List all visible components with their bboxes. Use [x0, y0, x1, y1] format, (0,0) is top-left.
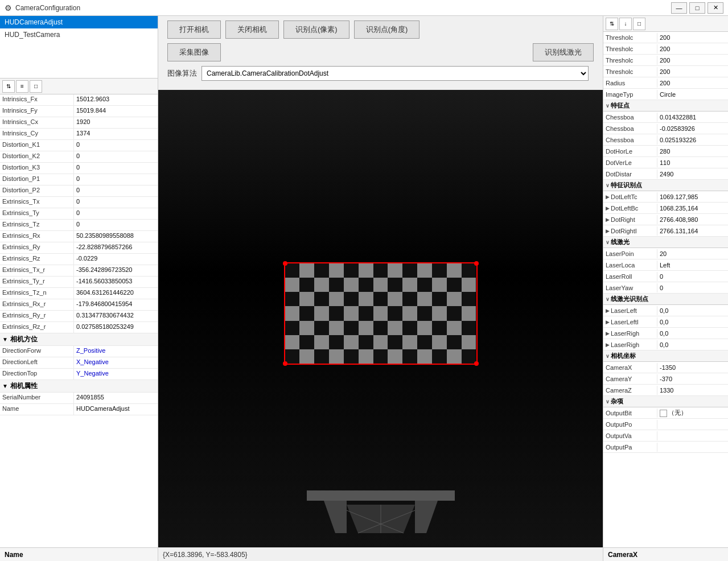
prop-value-tyr[interactable]: -1416.56033850053 — [74, 277, 158, 287]
prop-value-rzr[interactable]: 0.027585180253249 — [74, 322, 158, 333]
prop-value-tx[interactable]: 0 — [74, 197, 158, 208]
prop-value-p2[interactable]: 0 — [74, 185, 158, 196]
prop-value-k2[interactable]: 0 — [74, 151, 158, 162]
right-prop-value-outputbit[interactable]: （无） — [657, 407, 728, 418]
corner-marker-tl — [283, 261, 287, 266]
prop-value-ry[interactable]: -22.8288796857266 — [74, 242, 158, 253]
right-prop-value-outputpo[interactable] — [657, 423, 728, 426]
prop-value-p1[interactable]: 0 — [74, 174, 158, 185]
prop-value-ryr[interactable]: 0.313477830674432 — [74, 311, 158, 321]
prop-value-fy[interactable]: 15019.844 — [74, 106, 158, 117]
right-prop-value-dothor[interactable]: 280 — [657, 147, 728, 156]
right-prop-value-thresh3[interactable]: 200 — [657, 56, 728, 65]
prop-value-name[interactable]: HUDCameraAdjust — [74, 404, 158, 415]
right-prop-value-dotver[interactable]: 110 — [657, 158, 728, 167]
titlebar: ⚙ CameraConfiguration — □ ✕ — [0, 0, 728, 16]
prop-value-k1[interactable]: 0 — [74, 140, 158, 151]
right-prop-value-dotdist[interactable]: 2490 — [657, 170, 728, 179]
right-section-detect[interactable]: ∨ 特征识别点 — [603, 180, 728, 191]
section-camera-attrs[interactable]: ▼ 相机属性 — [0, 380, 158, 393]
right-prop-value-chess1[interactable]: 0.014322881 — [657, 113, 728, 122]
right-group-row-lasrr2[interactable]: ▶LaserRigh 0,0 — [603, 339, 728, 350]
prop-value-k3[interactable]: 0 — [74, 163, 158, 174]
right-group-row-dotrb[interactable]: ▶DotRightI 2766.131,164 — [603, 225, 728, 237]
corner-marker-tr — [474, 261, 479, 266]
sort-button[interactable]: ⇅ — [2, 80, 15, 93]
right-prop-value-camz[interactable]: 1330 — [657, 386, 728, 395]
right-prop-value-chess2[interactable]: -0.02583926 — [657, 124, 728, 133]
capture-image-button[interactable]: 采集图像 — [167, 43, 221, 61]
right-prop-value-laseryaw[interactable]: 0 — [657, 283, 728, 292]
prop-value-dirleft[interactable]: X_Negative — [74, 357, 158, 368]
right-section-camera-coord[interactable]: ∨ 相机坐标 — [603, 350, 728, 362]
detect-laser-button[interactable]: 识别线激光 — [533, 43, 594, 61]
algo-row: 图像算法 CameraLib.CameraCalibrationDotAdjus… — [167, 66, 594, 81]
props-extra-button[interactable]: □ — [30, 80, 42, 93]
right-prop-name-camx: CameraX — [603, 363, 657, 372]
prop-value-cx[interactable]: 1920 — [74, 117, 158, 128]
right-prop-value-camy[interactable]: -370 — [657, 374, 728, 383]
section-camera-direction[interactable]: ▼ 相机方位 — [0, 333, 158, 346]
right-prop-value-radius[interactable]: 200 — [657, 79, 728, 88]
right-section-features[interactable]: ∨ 特征点 — [603, 100, 728, 112]
prop-value-tzn[interactable]: 3604.631261446220 — [74, 288, 158, 299]
right-section-laser-detect[interactable]: ∨ 线激光识别点 — [603, 294, 728, 305]
right-prop-name-dothor: DotHorLe — [603, 147, 657, 156]
prop-value-txr[interactable]: -356.242896723520 — [74, 265, 158, 276]
right-prop-value-outputpa[interactable] — [657, 446, 728, 448]
right-prop-name-chess3: Chessboa — [603, 135, 657, 145]
right-section-laser[interactable]: ∨ 线激光 — [603, 237, 728, 248]
detect-dots-angle-button[interactable]: 识别点(角度) — [354, 20, 420, 39]
right-group-value-laserleft: 0,0 — [657, 306, 728, 315]
right-group-row-dotrt[interactable]: ▶DotRight 2766.408,980 — [603, 214, 728, 225]
right-prop-value-laserpoin[interactable]: 20 — [657, 249, 728, 258]
right-section-misc[interactable]: ∨ 杂项 — [603, 396, 728, 407]
close-camera-button[interactable]: 关闭相机 — [225, 20, 279, 39]
right-section-label-detect: 特征识别点 — [611, 181, 642, 189]
prop-value-dirforw[interactable]: Z_Positive — [74, 346, 158, 357]
prop-value-fx[interactable]: 15012.9603 — [74, 94, 158, 105]
right-group-value-laserrigh: 0,0 — [657, 329, 728, 338]
right-prop-value-imagetype[interactable]: Circle — [657, 90, 728, 99]
right-sort-button[interactable]: ⇅ — [606, 18, 618, 30]
close-button[interactable]: ✕ — [708, 2, 723, 14]
right-prop-name-laserroll: LaserRoll — [603, 272, 657, 281]
minimize-button[interactable]: — — [671, 2, 687, 14]
right-prop-name-imagetype: ImageTyp — [603, 90, 657, 99]
grid-button[interactable]: ≡ — [16, 80, 28, 93]
maximize-button[interactable]: □ — [689, 2, 705, 14]
main-layout: HUDCameraAdjust HUD_TestCamera ⇅ ≡ □ Int… — [0, 16, 728, 561]
right-group-row-dotlb[interactable]: ▶DotLeftBc 1068.235,164 — [603, 203, 728, 214]
right-prop-value-thresh1[interactable]: 200 — [657, 33, 728, 42]
right-group-row-laserrigh[interactable]: ▶LaserRigh 0,0 — [603, 328, 728, 339]
prop-name-dirleft: DirectionLeft — [0, 357, 74, 368]
right-prop-value-thresh4[interactable]: 200 — [657, 67, 728, 76]
right-group-row-laserleft[interactable]: ▶LaserLeft 0,0 — [603, 305, 728, 316]
prop-value-cy[interactable]: 1374 — [74, 129, 158, 139]
algo-select[interactable]: CameraLib.CameraCalibrationDotAdjust — [201, 66, 589, 81]
prop-value-rxr[interactable]: -179.846800415954 — [74, 299, 158, 310]
prop-value-ty[interactable]: 0 — [74, 208, 158, 219]
right-prop-value-camx[interactable]: -1350 — [657, 363, 728, 372]
outputbit-checkbox[interactable] — [660, 410, 667, 417]
right-prop-value-laserloca[interactable]: Left — [657, 261, 728, 270]
right-prop-value-chess3[interactable]: 0.025193226 — [657, 135, 728, 145]
right-group-row-dotlt[interactable]: ▶DotLeftTc 1069.127,985 — [603, 191, 728, 203]
camera-list-item-1[interactable]: HUD_TestCamera — [0, 28, 158, 41]
right-prop-value-thresh2[interactable]: 200 — [657, 44, 728, 53]
right-prop-value-laserroll[interactable]: 0 — [657, 272, 728, 281]
detect-dots-pixel-button[interactable]: 识别点(像素) — [283, 20, 349, 39]
prop-value-serial[interactable]: 24091855 — [74, 393, 158, 403]
right-grid-button[interactable]: ↓ — [619, 18, 632, 30]
camera-list-item-0[interactable]: HUDCameraAdjust — [0, 16, 158, 28]
right-extra-button[interactable]: □ — [633, 18, 645, 30]
prop-value-dirtop[interactable]: Y_Negative — [74, 369, 158, 380]
right-caret-dotrt: ▶ — [606, 217, 610, 222]
prop-value-tz[interactable]: 0 — [74, 220, 158, 230]
right-group-row-laserlefti[interactable]: ▶LaserLeftI 0,0 — [603, 316, 728, 328]
prop-row-tx: Extrinsics_Tx 0 — [0, 197, 158, 208]
prop-value-rx[interactable]: 50.23580989558088 — [74, 231, 158, 242]
open-camera-button[interactable]: 打开相机 — [167, 20, 221, 39]
prop-value-rz[interactable]: -0.0229 — [74, 254, 158, 265]
right-prop-value-outputva[interactable] — [657, 435, 728, 437]
